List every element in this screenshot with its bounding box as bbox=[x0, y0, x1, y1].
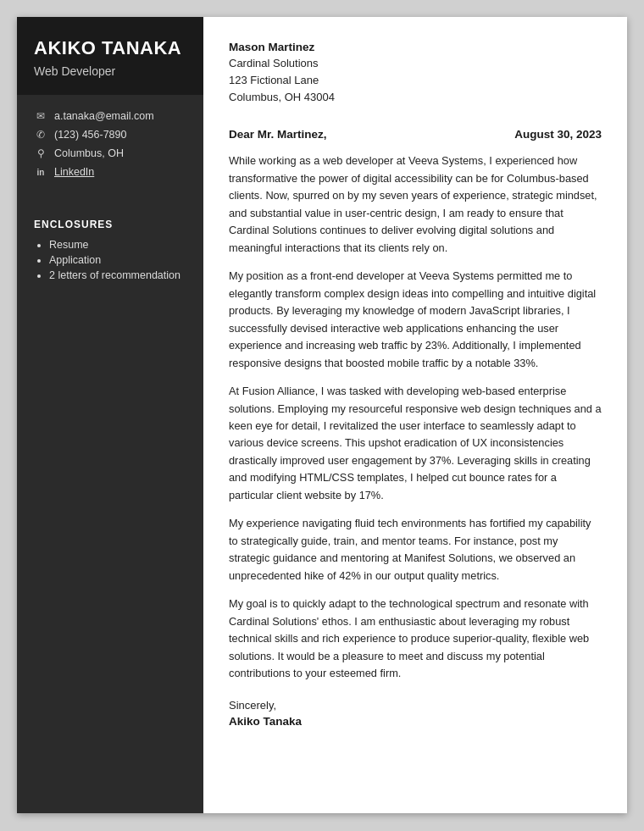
contact-section: a.tanaka@email.com (123) 456-7890 Columb… bbox=[17, 95, 203, 193]
recipient-block: Mason Martinez Cardinal Solutions 123 Fi… bbox=[229, 41, 602, 106]
location-contact: Columbus, OH bbox=[34, 147, 186, 159]
list-item: 2 letters of recommendation bbox=[49, 269, 186, 281]
letter-content: Mason Martinez Cardinal Solutions 123 Fi… bbox=[203, 17, 627, 813]
location-value: Columbus, OH bbox=[54, 147, 124, 159]
salutation: Dear Mr. Martinez, bbox=[229, 128, 327, 141]
applicant-title: Web Developer bbox=[34, 64, 186, 78]
closing-section: Sincerely, Akiko Tanaka bbox=[229, 699, 602, 728]
linkedin-link[interactable]: LinkedIn bbox=[54, 166, 94, 178]
letter-date: August 30, 2023 bbox=[514, 128, 602, 141]
resume-page: AKIKO TANAKA Web Developer a.tanaka@emai… bbox=[17, 17, 627, 813]
linkedin-contact: LinkedIn bbox=[34, 166, 186, 178]
closing-name: Akiko Tanaka bbox=[229, 715, 602, 728]
phone-value: (123) 456-7890 bbox=[54, 129, 126, 141]
paragraph-3: At Fusion Alliance, I was tasked with de… bbox=[229, 383, 602, 504]
enclosures-section: ENCLOSURES Resume Application 2 letters … bbox=[17, 202, 203, 298]
recipient-company: Cardinal Solutions 123 Fictional Lane Co… bbox=[229, 55, 602, 106]
letter-body: While working as a web developer at Veev… bbox=[229, 152, 602, 693]
envelope-icon bbox=[34, 110, 47, 122]
applicant-name: AKIKO TANAKA bbox=[34, 37, 186, 59]
letter-header-row: Dear Mr. Martinez, August 30, 2023 bbox=[229, 128, 602, 141]
enclosures-title: ENCLOSURES bbox=[34, 219, 186, 230]
sidebar: AKIKO TANAKA Web Developer a.tanaka@emai… bbox=[17, 17, 203, 813]
paragraph-2: My position as a front-end developer at … bbox=[229, 268, 602, 372]
enclosures-list: Resume Application 2 letters of recommen… bbox=[34, 239, 186, 281]
location-icon bbox=[34, 147, 47, 159]
list-item: Resume bbox=[49, 239, 186, 251]
linkedin-icon bbox=[34, 166, 47, 178]
paragraph-5: My goal is to quickly adapt to the techn… bbox=[229, 596, 602, 682]
list-item: Application bbox=[49, 254, 186, 266]
recipient-name: Mason Martinez bbox=[229, 41, 602, 53]
closing-word: Sincerely, bbox=[229, 699, 602, 712]
paragraph-4: My experience navigating fluid tech envi… bbox=[229, 515, 602, 584]
email-value: a.tanaka@email.com bbox=[54, 110, 154, 122]
phone-icon bbox=[34, 129, 47, 141]
sidebar-header: AKIKO TANAKA Web Developer bbox=[17, 17, 203, 95]
paragraph-1: While working as a web developer at Veev… bbox=[229, 152, 602, 257]
email-contact: a.tanaka@email.com bbox=[34, 110, 186, 122]
phone-contact: (123) 456-7890 bbox=[34, 129, 186, 141]
